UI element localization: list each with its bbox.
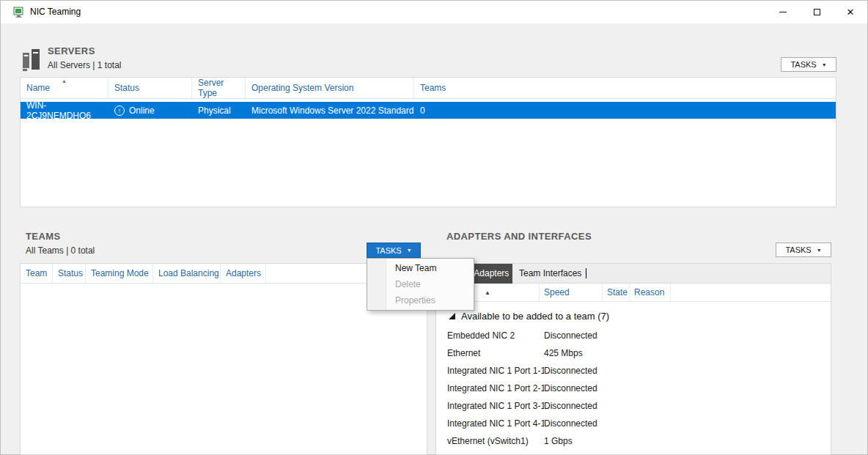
tab-team-interfaces[interactable]: Team Interfaces xyxy=(519,268,581,278)
nic-teaming-window: NIC Teaming ✕ SERVERS All Servers | 1 to… xyxy=(0,0,868,455)
column-header-load-balancing-label: Load Balancing xyxy=(158,268,219,278)
window-controls: ✕ xyxy=(766,1,867,23)
adapters-tasks-label: TASKS xyxy=(785,245,811,254)
adapters-table-header: ▲ Speed State Reason xyxy=(436,284,831,302)
server-row-selected[interactable]: WIN-2CJ9NEMDHO6 ↑ Online Physical Micros… xyxy=(21,102,836,119)
app-icon xyxy=(13,6,26,18)
column-header-team-status[interactable]: Status xyxy=(53,264,86,283)
close-icon: ✕ xyxy=(847,7,855,17)
column-header-team-status-label: Status xyxy=(58,268,83,278)
column-header-speed[interactable]: Speed xyxy=(540,284,603,301)
adapter-row[interactable]: Integrated NIC 1 Port 2-1 Disconnected xyxy=(436,380,831,397)
adapter-speed: Disconnected xyxy=(544,418,597,429)
server-name-cell: WIN-2CJ9NEMDHO6 xyxy=(21,102,108,119)
column-header-server-type-label: Server Type xyxy=(198,78,245,98)
sort-ascending-icon: ▲ xyxy=(62,78,67,84)
adapter-speed: Disconnected xyxy=(544,330,597,341)
caret-down-icon: ▼ xyxy=(817,248,822,253)
teams-tasks-button[interactable]: TASKS ▼ xyxy=(367,243,421,258)
servers-section-title: SERVERS xyxy=(48,45,95,56)
close-button[interactable]: ✕ xyxy=(834,1,867,23)
adapters-tasks-button[interactable]: TASKS ▼ xyxy=(776,243,831,257)
status-up-icon: ↑ xyxy=(114,106,125,116)
column-header-teams-label: Teams xyxy=(420,83,446,93)
server-teams-cell: 0 xyxy=(414,102,836,119)
column-header-reason[interactable]: Reason xyxy=(630,284,671,301)
column-header-load-balancing[interactable]: Load Balancing xyxy=(153,264,221,283)
column-header-name-label: Name xyxy=(26,83,50,93)
column-header-teaming-mode[interactable]: Teaming Mode xyxy=(86,264,153,283)
adapter-speed: Disconnected xyxy=(544,401,597,411)
server-os-cell: Microsoft Windows Server 2022 Standard xyxy=(246,102,414,119)
servers-tasks-label: TASKS xyxy=(790,60,816,69)
column-header-state-label: State xyxy=(607,287,628,297)
adapter-speed: Disconnected xyxy=(544,383,597,393)
teams-section-title: TEAMS xyxy=(26,231,61,242)
caret-down-icon: ▼ xyxy=(407,248,412,253)
teams-tasks-menu: New Team Delete Properties xyxy=(367,258,474,311)
column-header-status[interactable]: Status xyxy=(108,78,192,98)
column-header-team[interactable]: Team xyxy=(21,264,53,283)
column-header-os-version-label: Operating System Version xyxy=(251,83,353,93)
adapter-name: Embedded NIC 2 xyxy=(436,330,544,341)
column-header-status-label: Status xyxy=(114,83,139,93)
adapter-name: Integrated NIC 1 Port 1-1 xyxy=(436,366,544,376)
minimize-icon xyxy=(779,12,787,12)
adapter-name: Integrated NIC 1 Port 3-1 xyxy=(436,401,544,411)
adapter-speed: Disconnected xyxy=(544,366,597,376)
column-header-team-label: Team xyxy=(26,268,47,278)
column-header-teams[interactable]: Teams xyxy=(414,78,836,98)
teams-tasks-label: TASKS xyxy=(375,246,401,255)
column-header-os-version[interactable]: Operating System Version xyxy=(246,78,414,98)
minimize-button[interactable] xyxy=(766,1,800,23)
adapter-row[interactable]: vEthernet (vSwitch1) 1 Gbps xyxy=(436,432,831,450)
adapters-group-label: Available to be added to a team (7) xyxy=(461,311,609,322)
window-title: NIC Teaming xyxy=(30,7,81,17)
column-header-adapters-label: Adapters xyxy=(226,268,261,278)
teams-section-subtitle: All Teams | 0 total xyxy=(26,245,95,256)
menu-item-properties: Properties xyxy=(367,292,474,308)
servers-tasks-button[interactable]: TASKS ▼ xyxy=(781,57,836,72)
server-status-cell: ↑ Online xyxy=(108,102,192,119)
servers-table: ▲ Name Status Server Type Operating Syst… xyxy=(20,77,836,207)
teams-table-header: Team Status Teaming Mode Load Balancing … xyxy=(21,264,427,284)
adapters-rows: Embedded NIC 2 Disconnected Ethernet 425… xyxy=(436,327,831,450)
adapter-row[interactable]: Integrated NIC 1 Port 1-1 Disconnected xyxy=(436,362,831,380)
column-header-name[interactable]: ▲ Name xyxy=(21,78,108,98)
status-up-arrow-glyph: ↑ xyxy=(118,107,122,114)
adapter-row[interactable]: Embedded NIC 2 Disconnected xyxy=(436,327,831,344)
column-header-server-type[interactable]: Server Type xyxy=(192,78,246,98)
column-header-empty xyxy=(671,284,831,301)
server-type-cell: Physical xyxy=(192,102,246,119)
column-header-speed-label: Speed xyxy=(544,287,570,297)
menu-item-delete: Delete xyxy=(367,276,474,292)
adapter-row[interactable]: Integrated NIC 1 Port 3-1 Disconnected xyxy=(436,397,831,415)
servers-section-subtitle: All Servers | 1 total xyxy=(48,60,122,70)
adapters-tabstrip: Network Adapters Team Interfaces xyxy=(436,264,831,284)
maximize-icon xyxy=(814,9,820,15)
servers-table-header: ▲ Name Status Server Type Operating Syst… xyxy=(21,78,836,99)
adapters-section-title: ADAPTERS AND INTERFACES xyxy=(446,231,592,242)
title-bar[interactable]: NIC Teaming ✕ xyxy=(1,1,867,23)
sort-ascending-icon: ▲ xyxy=(485,289,490,296)
text-caret xyxy=(586,268,586,278)
menu-item-new-team[interactable]: New Team xyxy=(367,260,474,276)
adapters-group-header[interactable]: Available to be added to a team (7) xyxy=(436,306,831,325)
adapter-name: Ethernet xyxy=(436,348,544,358)
adapter-speed: 1 Gbps xyxy=(544,436,573,446)
adapter-row[interactable]: Integrated NIC 1 Port 4-1 Disconnected xyxy=(436,415,831,432)
servers-icon xyxy=(21,46,41,73)
column-header-reason-label: Reason xyxy=(634,287,664,297)
caret-down-icon: ▼ xyxy=(822,62,827,67)
maximize-button[interactable] xyxy=(800,1,834,23)
adapter-name: Integrated NIC 1 Port 2-1 xyxy=(436,383,544,393)
adapter-name: Integrated NIC 1 Port 4-1 xyxy=(436,418,544,429)
adapter-speed: 425 Mbps xyxy=(544,348,583,358)
column-header-adapters[interactable]: Adapters xyxy=(221,264,266,283)
group-expanded-icon xyxy=(449,313,455,319)
column-header-state[interactable]: State xyxy=(603,284,630,301)
adapter-name: vEthernet (vSwitch1) xyxy=(436,436,544,446)
column-header-teaming-mode-label: Teaming Mode xyxy=(91,268,149,278)
adapters-panel: Network Adapters Team Interfaces ▲ Speed… xyxy=(435,263,831,455)
adapter-row[interactable]: Ethernet 425 Mbps xyxy=(436,344,831,362)
